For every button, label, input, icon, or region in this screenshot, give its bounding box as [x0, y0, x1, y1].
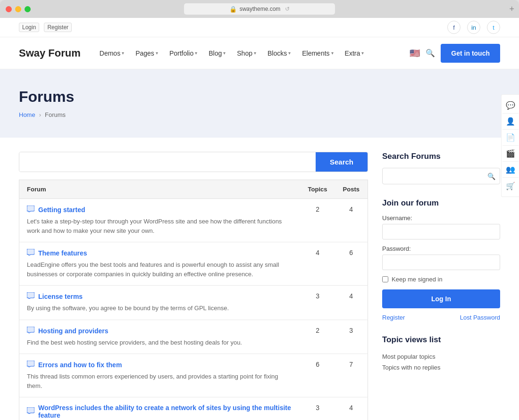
right-panel: 💬 👤 📄 🎬 👥 🛒: [501, 94, 519, 197]
keep-signed-checkbox[interactable]: [382, 276, 388, 282]
topics-cell: 4: [301, 242, 335, 286]
table-row: Errors and how to fix them This thread l…: [19, 354, 368, 397]
topic-view-item[interactable]: Topics with no replies: [382, 362, 500, 373]
forum-description: Find the best web hosting service provid…: [27, 338, 293, 347]
forum-title-row: Errors and how to fix them: [27, 361, 293, 369]
forum-title-link[interactable]: Getting started: [38, 206, 85, 214]
chevron-down-icon: ▾: [361, 50, 364, 56]
forum-description: By using the software, you agree to be b…: [27, 304, 293, 313]
forum-title-row: Hosting and providers: [27, 327, 293, 335]
lost-password-link[interactable]: Lost Password: [460, 314, 500, 321]
url-bar[interactable]: 🔒 swaytheme.com ↺: [184, 3, 335, 15]
register-sidebar-link[interactable]: Register: [382, 314, 405, 321]
chevron-down-icon: ▾: [156, 50, 158, 56]
posts-cell: 7: [335, 354, 368, 397]
breadcrumb-separator: ›: [39, 111, 41, 118]
forum-title-row: Theme features: [27, 249, 293, 257]
nav-portfolio[interactable]: Portfolio ▾: [165, 47, 202, 60]
nav-extra[interactable]: Extra ▾: [340, 47, 369, 60]
posts-cell: 4: [335, 286, 368, 320]
join-forum-title: Join our forum: [382, 198, 500, 208]
nav-blog[interactable]: Blog ▾: [204, 47, 230, 60]
table-row: WordPress includes the ability to create…: [19, 397, 368, 420]
nav-pages[interactable]: Pages ▾: [131, 47, 163, 60]
register-link[interactable]: Register: [44, 23, 72, 32]
forum-description: Let's take a step-by-step tour through y…: [27, 217, 293, 235]
forum-title-row: License terms: [27, 292, 293, 301]
topic-views-section: Topic views list Most popular topicsTopi…: [382, 335, 500, 373]
password-input[interactable]: [382, 255, 500, 270]
sidebar-links-row: Register Lost Password: [382, 314, 500, 321]
main-layout: Search Forum Topics Posts: [0, 138, 519, 420]
url-text: swaytheme.com: [240, 6, 281, 12]
posts-cell: 4: [335, 199, 368, 242]
forum-search: Search: [19, 152, 368, 172]
forum-cell: WordPress includes the ability to create…: [19, 397, 301, 420]
nav-elements[interactable]: Elements ▾: [297, 47, 338, 60]
topic-views-title: Topic views list: [382, 335, 500, 345]
username-input[interactable]: [382, 224, 500, 239]
cart-icon[interactable]: 🛒: [502, 178, 519, 194]
topics-cell: 3: [301, 286, 335, 320]
user-circle-icon[interactable]: 👤: [502, 114, 519, 130]
forum-cell: License terms By using the software, you…: [19, 286, 301, 320]
document-icon[interactable]: 📄: [502, 130, 519, 146]
users-icon[interactable]: 👥: [502, 162, 519, 178]
search-forums-input-wrap: 🔍: [382, 168, 500, 184]
nav-shop[interactable]: Shop ▾: [232, 47, 261, 60]
forum-title-row: Getting started: [27, 206, 293, 214]
search-forums-section: Search Forums 🔍: [382, 152, 500, 184]
forum-search-button[interactable]: Search: [316, 152, 368, 172]
login-link[interactable]: Login: [19, 23, 39, 32]
nav-blocks[interactable]: Blocks ▾: [263, 47, 295, 60]
forum-search-input[interactable]: [19, 152, 316, 172]
search-forums-input[interactable]: [382, 168, 500, 184]
forum-bubble-icon: [27, 327, 34, 335]
minimize-button[interactable]: [15, 6, 21, 12]
forum-title-link[interactable]: License terms: [38, 293, 83, 300]
username-label: Username:: [382, 214, 500, 222]
posts-cell: 4: [335, 397, 368, 420]
close-button[interactable]: [6, 6, 12, 12]
col-forum-header: Forum: [19, 180, 301, 199]
forum-title-link[interactable]: Hosting and providers: [38, 327, 109, 335]
search-icon[interactable]: 🔍: [426, 49, 435, 58]
topic-view-item[interactable]: Most popular topics: [382, 351, 500, 362]
chevron-down-icon: ▾: [331, 50, 334, 56]
facebook-icon[interactable]: f: [447, 21, 460, 34]
forum-title-link[interactable]: Theme features: [38, 249, 87, 257]
forum-title-link[interactable]: WordPress includes the ability to create…: [38, 404, 293, 419]
maximize-button[interactable]: [25, 6, 31, 12]
linkedin-icon[interactable]: in: [467, 21, 480, 34]
chevron-down-icon: ▾: [288, 50, 291, 56]
twitter-icon[interactable]: t: [487, 21, 500, 34]
language-flag-icon[interactable]: 🇺🇸: [410, 48, 420, 58]
forum-title-row: WordPress includes the ability to create…: [27, 404, 293, 419]
chevron-down-icon: ▾: [195, 50, 197, 56]
search-icon: 🔍: [487, 173, 495, 180]
topics-cell: 6: [301, 354, 335, 397]
chevron-down-icon: ▾: [254, 50, 256, 56]
forum-bubble-icon: [27, 407, 34, 416]
table-header-row: Forum Topics Posts: [19, 180, 368, 199]
log-in-button[interactable]: Log In: [382, 289, 500, 308]
chevron-down-icon: ▾: [122, 50, 124, 56]
video-icon[interactable]: 🎬: [502, 146, 519, 162]
breadcrumb-home[interactable]: Home: [19, 111, 35, 118]
top-bar: Login Register f in t: [0, 18, 519, 37]
forum-bubble-icon: [27, 361, 34, 369]
topics-cell: 2: [301, 320, 335, 354]
nav-demos[interactable]: Demos ▾: [95, 47, 129, 60]
browser-titlebar: 🔒 swaytheme.com ↺ +: [0, 0, 519, 18]
get-in-touch-button[interactable]: Get in touch: [441, 44, 500, 63]
forum-bubble-icon: [27, 206, 34, 214]
new-tab-button[interactable]: +: [509, 4, 514, 14]
table-row: Getting started Let's take a step-by-ste…: [19, 199, 368, 242]
nav-menu: Demos ▾ Pages ▾ Portfolio ▾ Blog ▾ Shop: [95, 47, 410, 60]
forum-description: LeadEngine offers you the best tools and…: [27, 260, 293, 279]
keep-signed-label: Keep me signed in: [392, 276, 443, 283]
forum-title-link[interactable]: Errors and how to fix them: [38, 361, 122, 369]
forum-cell: Theme features LeadEngine offers you the…: [19, 242, 301, 286]
chat-icon[interactable]: 💬: [502, 98, 519, 114]
col-topics-header: Topics: [301, 180, 335, 199]
